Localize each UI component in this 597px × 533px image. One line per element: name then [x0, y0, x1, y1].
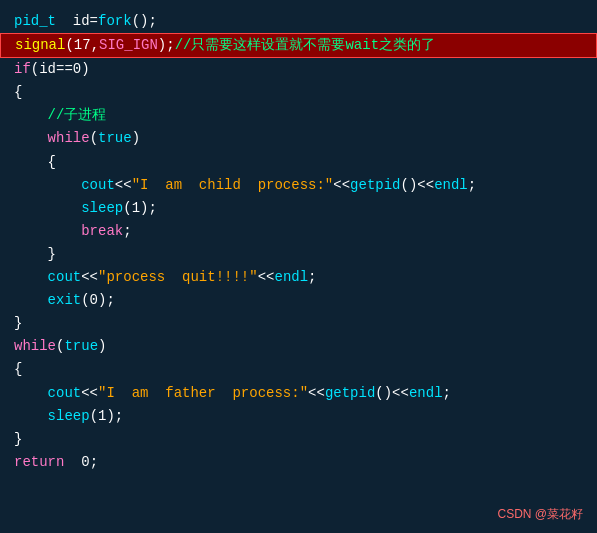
code-line-2: signal(17,SIG_IGN);//只需要这样设置就不需要wait之类的了 [0, 33, 597, 58]
code-editor: pid_t id=fork(); signal(17,SIG_IGN);//只需… [0, 0, 597, 533]
code-line-17: cout<<"I am father process:"<<getpid()<<… [14, 382, 583, 405]
code-line-4: { [14, 81, 583, 104]
code-line-19: } [14, 428, 583, 451]
code-line-11: } [14, 243, 583, 266]
code-line-3: if(id==0) [14, 58, 583, 81]
code-line-1: pid_t id=fork(); [14, 10, 583, 33]
code-line-10: break; [14, 220, 583, 243]
code-line-18: sleep(1); [14, 405, 583, 428]
code-line-14: } [14, 312, 583, 335]
code-line-13: exit(0); [14, 289, 583, 312]
code-line-16: { [14, 358, 583, 381]
code-line-6: while(true) [14, 127, 583, 150]
code-line-9: sleep(1); [14, 197, 583, 220]
code-line-15: while(true) [14, 335, 583, 358]
code-line-5: //子进程 [14, 104, 583, 127]
watermark: CSDN @菜花籽 [497, 505, 583, 525]
code-line-8: cout<<"I am child process:"<<getpid()<<e… [14, 174, 583, 197]
code-line-20: return 0; [14, 451, 583, 474]
code-line-7: { [14, 151, 583, 174]
code-line-12: cout<<"process quit!!!!"<<endl; [14, 266, 583, 289]
